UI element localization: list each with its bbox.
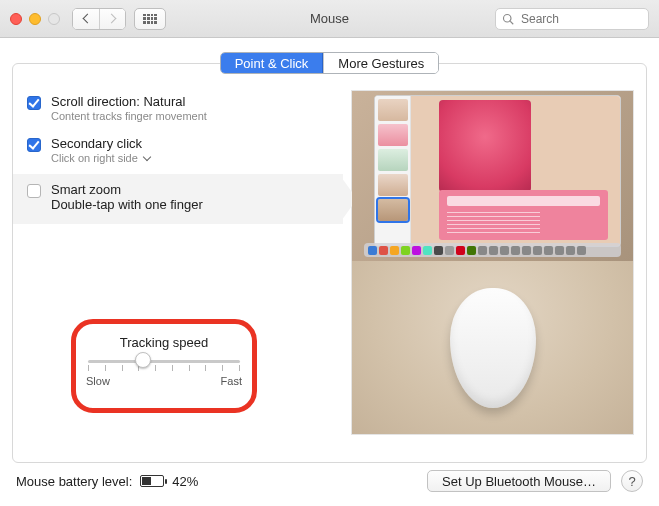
option-subtitle[interactable]: Click on right side — [51, 152, 150, 164]
zoom-window-button — [48, 13, 60, 25]
settings-panel: Scroll direction: Natural Content tracks… — [12, 63, 647, 463]
preview-dock — [364, 243, 621, 257]
search-icon — [502, 13, 514, 25]
grid-icon — [143, 14, 157, 24]
search-input[interactable] — [519, 11, 659, 27]
option-subtitle: Content tracks finger movement — [51, 110, 207, 122]
slider-knob[interactable] — [135, 352, 151, 368]
minimize-window-button[interactable] — [29, 13, 41, 25]
tab-point-and-click[interactable]: Point & Click — [221, 53, 324, 73]
option-title: Scroll direction: Natural — [51, 94, 207, 109]
battery-label: Mouse battery level: — [16, 474, 132, 489]
window-controls — [10, 13, 60, 25]
option-secondary-click: Secondary click Click on right side — [25, 132, 349, 174]
option-title: Smart zoom — [51, 182, 203, 197]
svg-line-1 — [510, 21, 513, 24]
option-title: Secondary click — [51, 136, 150, 151]
back-button[interactable] — [73, 9, 99, 29]
option-smart-zoom[interactable]: Smart zoom Double-tap with one finger — [13, 174, 343, 224]
svg-point-0 — [504, 14, 512, 22]
option-subtitle: Double-tap with one finger — [51, 197, 203, 212]
tab-more-gestures[interactable]: More Gestures — [323, 53, 438, 73]
preview-mouse — [450, 288, 536, 408]
tracking-speed-slider[interactable] — [88, 360, 240, 363]
battery-icon — [140, 475, 164, 487]
checkbox-smart-zoom[interactable] — [27, 184, 41, 198]
slider-min-label: Slow — [86, 375, 110, 387]
option-scroll-direction: Scroll direction: Natural Content tracks… — [25, 90, 349, 132]
show-all-button[interactable] — [134, 8, 166, 30]
titlebar: Mouse — [0, 0, 659, 38]
preview-column — [349, 90, 646, 445]
chevron-down-icon — [143, 153, 151, 161]
forward-button — [99, 9, 125, 29]
battery-percent: 42% — [172, 474, 198, 489]
help-button[interactable]: ? — [621, 470, 643, 492]
tab-bar: Point & Click More Gestures — [0, 52, 659, 74]
tracking-speed-highlight: Tracking speed Slow Fast — [71, 319, 257, 413]
gesture-preview — [351, 90, 634, 435]
preview-app-window — [374, 95, 621, 247]
nav-segment — [72, 8, 126, 30]
preview-desk-surface — [352, 261, 633, 434]
checkbox-scroll-direction[interactable] — [27, 96, 41, 110]
footer: Mouse battery level: 42% Set Up Bluetoot… — [0, 456, 659, 506]
search-field[interactable] — [495, 8, 649, 30]
close-window-button[interactable] — [10, 13, 22, 25]
slider-max-label: Fast — [221, 375, 242, 387]
setup-bluetooth-button[interactable]: Set Up Bluetooth Mouse… — [427, 470, 611, 492]
tracking-speed-label: Tracking speed — [76, 335, 252, 350]
options-column: Scroll direction: Natural Content tracks… — [13, 90, 349, 445]
preview-desktop — [352, 91, 633, 261]
checkbox-secondary-click[interactable] — [27, 138, 41, 152]
secondary-click-mode: Click on right side — [51, 152, 138, 164]
